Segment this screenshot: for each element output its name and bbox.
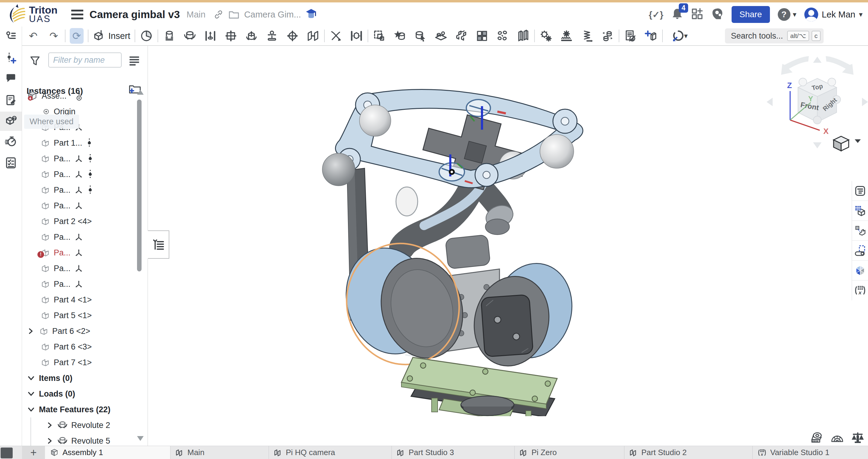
- mass-properties-icon[interactable]: [850, 431, 865, 445]
- mate-connector-button[interactable]: [349, 28, 363, 44]
- pin-slot-mate-button[interactable]: [265, 28, 279, 44]
- gear-relation-button[interactable]: [539, 28, 553, 44]
- share-button[interactable]: Share: [732, 6, 770, 23]
- tab-pi-zero[interactable]: Pi Zero: [515, 446, 624, 459]
- filter-icon[interactable]: [29, 55, 41, 68]
- main-menu-icon[interactable]: [71, 8, 83, 21]
- variables-panel-icon[interactable]: x: [852, 281, 868, 300]
- panel-collapse-toggle[interactable]: [148, 230, 169, 259]
- tree-row-part-expandable[interactable]: Part 6 <2>: [22, 323, 141, 339]
- named-positions-button[interactable]: [393, 28, 407, 44]
- insert-connector-icon[interactable]: [0, 50, 22, 66]
- tasks-checklist-icon[interactable]: [0, 155, 22, 171]
- performance-icon[interactable]: [0, 133, 22, 150]
- versions-history-icon[interactable]: [0, 28, 22, 45]
- damper-ball[interactable]: [360, 105, 391, 136]
- display-states-panel-icon[interactable]: [852, 241, 868, 261]
- folder-icon[interactable]: [228, 10, 239, 19]
- undo-button[interactable]: ↶: [26, 28, 40, 44]
- expand-chevron-icon[interactable]: [27, 327, 35, 335]
- tree-row-part[interactable]: Part 5 <1>: [22, 307, 148, 323]
- tree-row-part[interactable]: Part 1...: [22, 135, 148, 151]
- list-view-icon[interactable]: [128, 54, 140, 68]
- help-icon[interactable]: ?: [778, 8, 790, 21]
- mate-tool-button[interactable]: [140, 28, 153, 44]
- slider-mate-button[interactable]: [204, 28, 217, 44]
- help-menu[interactable]: ? ▾: [778, 8, 797, 21]
- damper-ball[interactable]: [540, 134, 574, 168]
- rack-pinion-relation-button[interactable]: [560, 28, 574, 44]
- in-context-panel-icon[interactable]: [852, 221, 868, 241]
- gimbal-yoke[interactable]: [396, 179, 516, 269]
- measure-icon[interactable]: [809, 431, 824, 445]
- view-cube[interactable]: Top Front Right Z X Y: [767, 51, 868, 154]
- tree-row-part[interactable]: Pa...: [22, 229, 148, 245]
- redo-button[interactable]: ↷: [47, 28, 61, 44]
- pattern-button[interactable]: [455, 28, 468, 44]
- update-linked-documents-button[interactable]: ⟳: [70, 28, 84, 44]
- planar-mate-button[interactable]: [224, 28, 238, 44]
- featurescript-check-icon[interactable]: {✓}: [649, 9, 663, 20]
- section-loads[interactable]: Loads (0): [22, 386, 141, 402]
- tree-row-part[interactable]: Part 2 <4>: [22, 214, 148, 229]
- feature-list-panel-icon[interactable]: [852, 181, 868, 201]
- view-settings-button[interactable]: [834, 136, 861, 151]
- tree-row-assembly-root[interactable]: Asse...: [22, 88, 141, 104]
- linear-pattern-button[interactable]: [475, 28, 489, 44]
- collapse-chevron-icon[interactable]: [27, 390, 35, 398]
- parallel-mate-button[interactable]: [306, 28, 320, 44]
- tree-row-part[interactable]: Pa...: [22, 198, 148, 214]
- gimbal-model[interactable]: [302, 85, 603, 416]
- hidden-instances-button[interactable]: [623, 28, 638, 44]
- tree-row-part[interactable]: Part 4 <1>: [22, 292, 148, 307]
- drag-button[interactable]: [413, 28, 427, 44]
- mate-feature-row[interactable]: Revolute 5: [30, 433, 148, 446]
- protractor-icon[interactable]: [830, 431, 844, 445]
- notifications-bell-icon[interactable]: 4: [671, 7, 683, 22]
- bom-panel-icon[interactable]: [852, 201, 868, 221]
- damper-ball[interactable]: [322, 153, 355, 186]
- tab-variable-studio-1[interactable]: x Variable Studio 1: [753, 446, 868, 459]
- document-notes-icon[interactable]: [0, 92, 22, 108]
- scrollbar-up-arrow[interactable]: [137, 90, 144, 95]
- tab-part-studio-3[interactable]: Part Studio 3: [392, 446, 515, 459]
- screw-relation-button[interactable]: [580, 28, 594, 44]
- tab-pi-hq-camera[interactable]: Pi HQ camera: [269, 446, 392, 459]
- tree-row-part[interactable]: Pa...: [22, 166, 148, 182]
- snapshot-tool-button[interactable]: ▾: [667, 28, 692, 44]
- link-icon[interactable]: [213, 9, 224, 20]
- revolute-mate-button[interactable]: [183, 28, 197, 44]
- tree-row-part[interactable]: Pa...: [22, 182, 148, 198]
- where-used-icon[interactable]: [0, 111, 22, 131]
- exploded-view-button[interactable]: [644, 28, 658, 44]
- replicate-button[interactable]: [434, 28, 448, 44]
- fastened-mate-button[interactable]: [162, 28, 176, 44]
- tab-main[interactable]: Main: [170, 446, 269, 459]
- expand-chevron-icon[interactable]: [46, 437, 54, 445]
- scrollbar-down-arrow[interactable]: [137, 436, 144, 441]
- collapse-chevron-icon[interactable]: [27, 374, 35, 383]
- learning-center-icon[interactable]: [711, 7, 724, 22]
- tab-part-studio-2[interactable]: Part Studio 2: [624, 446, 753, 459]
- scrollbar-thumb[interactable]: [137, 100, 142, 271]
- apps-menu-icon[interactable]: [691, 8, 703, 21]
- workspace-name[interactable]: Main: [187, 10, 206, 20]
- filter-by-name-input[interactable]: [48, 53, 122, 68]
- tangent-mate-button[interactable]: [329, 28, 343, 44]
- expand-chevron-icon[interactable]: [46, 421, 54, 429]
- tab-assembly-1[interactable]: Assembly 1: [45, 446, 170, 459]
- tree-row-part[interactable]: Pa...: [22, 276, 148, 292]
- folder-name[interactable]: Camera Gim...: [244, 10, 301, 20]
- search-tools-field[interactable]: Search tools... alt/⌥ c: [725, 28, 824, 43]
- user-menu[interactable]: Lek Man ▾: [804, 7, 863, 22]
- help-widget[interactable]: [1, 448, 13, 458]
- tree-row-part[interactable]: Part 6 <3>: [22, 339, 148, 355]
- mate-feature-row[interactable]: Revolute 2: [30, 417, 148, 433]
- tree-row-part-error[interactable]: ! Pa...: [22, 245, 148, 261]
- collapse-chevron-icon[interactable]: [27, 405, 35, 414]
- section-view-button[interactable]: [516, 28, 530, 44]
- tree-row-part[interactable]: Part 7 <1>: [22, 355, 148, 370]
- add-tab-button[interactable]: +: [22, 446, 45, 459]
- rolling-relation-button[interactable]: [600, 28, 615, 44]
- group-button[interactable]: [372, 28, 386, 44]
